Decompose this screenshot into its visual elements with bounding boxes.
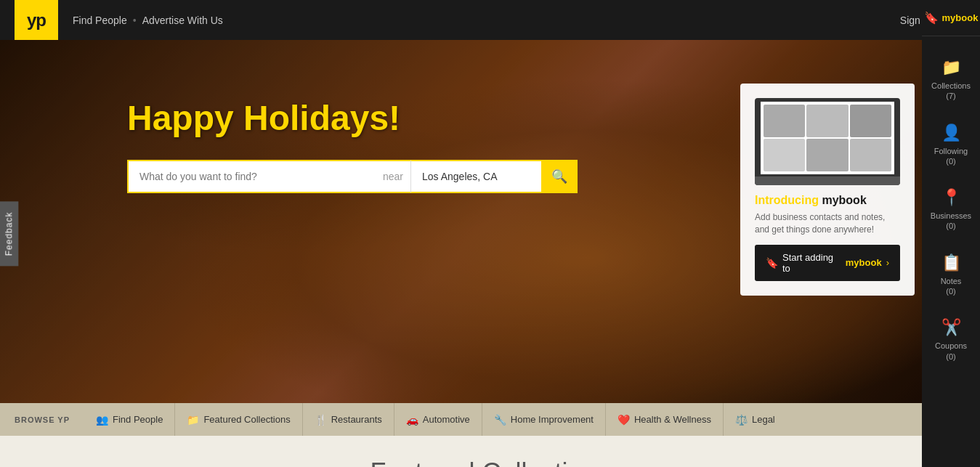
sidebar-notes-label: Notes(0) (941, 276, 962, 297)
mybook-brand-text: mybook (822, 194, 866, 206)
home-improvement-icon: 🔧 (494, 414, 506, 426)
logo[interactable]: yp (15, 0, 58, 40)
sidebar-my-text: my (942, 12, 956, 23)
cta-prefix: Start adding to (782, 252, 841, 274)
hero-section: Happy Holidays! near 🔍 Introducing m (0, 40, 980, 403)
cta-brand: mybook (846, 257, 882, 268)
browse-restaurants-label: Restaurants (331, 414, 382, 425)
laptop-base (755, 176, 900, 185)
browse-legal-label: Legal (752, 414, 775, 425)
legal-icon: ⚖️ (735, 414, 748, 426)
browse-automotive-label: Automotive (423, 414, 470, 425)
sidebar-book-text: book (955, 12, 978, 23)
laptop-thumb-5 (806, 139, 848, 171)
mybook-description: Add business contacts and notes, and get… (755, 211, 900, 236)
search-icon: 🔍 (551, 168, 567, 184)
restaurants-icon: 🍴 (315, 414, 327, 426)
mybook-panel-title: Introducing mybook (755, 194, 900, 207)
browse-find-people[interactable]: 👥 Find People (84, 403, 174, 436)
browse-health-wellness[interactable]: ❤️ Health & Wellness (605, 403, 723, 436)
advertise-link[interactable]: Advertise With Us (142, 15, 223, 26)
mybook-laptop-image (755, 98, 900, 185)
search-where-input[interactable] (410, 160, 541, 193)
browse-legal[interactable]: ⚖️ Legal (723, 403, 787, 436)
health-icon: ❤️ (617, 414, 630, 426)
sidebar-mybook-header[interactable]: 🔖 mybook (922, 11, 980, 36)
search-button[interactable]: 🔍 (541, 160, 578, 193)
search-bar: near 🔍 (127, 160, 578, 193)
sidebar-item-coupons[interactable]: ✂️ Coupons(0) (922, 307, 980, 373)
collections-icon: 📁 (187, 414, 199, 426)
search-what-input[interactable] (127, 160, 376, 193)
sidebar-item-notes[interactable]: 📋 Notes(0) (922, 243, 980, 308)
browse-label: BROWSE YP (15, 415, 70, 424)
sidebar-coupons-label: Coupons(0) (935, 341, 967, 362)
browse-featured-label: Featured Collections (203, 414, 290, 425)
right-sidebar: 🔖 mybook 📁 Collections(7) 👤 Following(0)… (922, 0, 980, 467)
sidebar-item-collections[interactable]: 📁 Collections(7) (922, 47, 980, 113)
feedback-tab[interactable]: Feedback (0, 201, 18, 266)
laptop-thumb-4 (764, 139, 805, 171)
sidebar-businesses-label: Businesses(0) (931, 211, 971, 232)
bookmark-icon: 🔖 (766, 257, 778, 269)
browse-bar: BROWSE YP 👥 Find People 📁 Featured Colle… (0, 403, 980, 436)
nav-dot: • (133, 15, 137, 26)
sidebar-collections-label: Collections(7) (931, 81, 971, 102)
laptop-thumb-2 (806, 105, 848, 137)
collections-folder-icon: 📁 (941, 58, 961, 77)
find-people-link[interactable]: Find People (73, 15, 127, 26)
search-near-label: near (376, 160, 410, 193)
laptop-screen (761, 102, 894, 174)
browse-find-people-label: Find People (113, 414, 163, 425)
sidebar-following-label: Following(0) (934, 146, 968, 167)
businesses-icon: 📍 (941, 188, 961, 207)
laptop-thumb-6 (850, 139, 891, 171)
following-icon: 👤 (941, 123, 961, 142)
coupons-icon: ✂️ (941, 318, 961, 337)
browse-featured-collections[interactable]: 📁 Featured Collections (174, 403, 301, 436)
hero-title-normal: Happy (127, 99, 243, 137)
feedback-label: Feedback (4, 211, 14, 256)
featured-section: Featured Collections (0, 436, 980, 467)
sidebar-item-following[interactable]: 👤 Following(0) (922, 113, 980, 178)
featured-section-title: Featured Collections (15, 458, 965, 467)
mybook-panel: Introducing mybook Add business contacts… (740, 84, 915, 296)
people-icon: 👥 (96, 414, 108, 426)
laptop-thumb-1 (764, 105, 805, 137)
laptop-thumb-3 (850, 105, 891, 137)
sidebar-bookmark-icon: 🔖 (924, 11, 939, 25)
browse-health-label: Health & Wellness (634, 414, 711, 425)
automotive-icon: 🚗 (406, 414, 418, 426)
sidebar-item-businesses[interactable]: 📍 Businesses(0) (922, 177, 980, 243)
sidebar-mybook-text: mybook (942, 12, 979, 23)
hero-title-highlight: Holidays! (243, 99, 400, 137)
top-navigation: yp Find People • Advertise With Us Sign … (0, 0, 980, 40)
mybook-cta-button[interactable]: 🔖 Start adding to mybook › (755, 245, 900, 281)
mybook-intro-text: Introducing (755, 194, 822, 206)
nav-links: Find People • Advertise With Us (73, 15, 900, 26)
notes-icon: 📋 (941, 253, 961, 272)
browse-restaurants[interactable]: 🍴 Restaurants (302, 403, 394, 436)
browse-home-improvement[interactable]: 🔧 Home Improvement (482, 403, 605, 436)
browse-home-label: Home Improvement (511, 414, 594, 425)
cta-arrow-icon: › (886, 257, 889, 268)
browse-automotive[interactable]: 🚗 Automotive (394, 403, 482, 436)
logo-text: yp (27, 10, 46, 31)
